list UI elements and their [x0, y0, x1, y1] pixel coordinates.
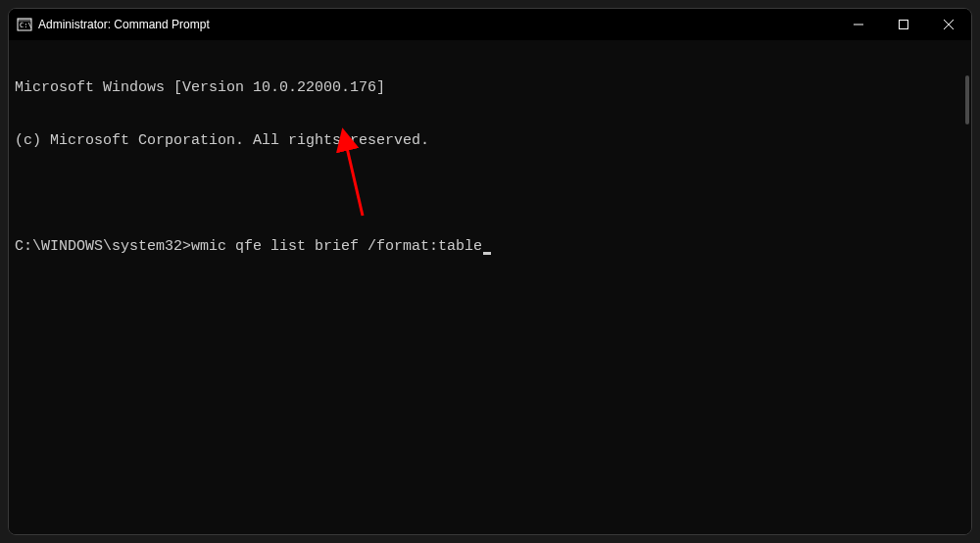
window-title: Administrator: Command Prompt	[38, 18, 210, 31]
terminal-prompt: C:\WINDOWS\system32>	[15, 238, 191, 255]
terminal-area[interactable]: Microsoft Windows [Version 10.0.22000.17…	[9, 40, 971, 534]
titlebar[interactable]: C:\ Administrator: Command Prompt	[9, 9, 971, 40]
terminal-command-input[interactable]: wmic qfe list brief /format:table	[191, 238, 482, 255]
terminal-cursor	[483, 252, 491, 255]
app-icon: C:\	[17, 17, 32, 32]
command-prompt-window: C:\ Administrator: Command Prompt Micros…	[8, 8, 972, 535]
terminal-prompt-line: C:\WINDOWS\system32>wmic qfe list brief …	[15, 238, 965, 256]
window-controls	[836, 9, 971, 40]
close-button[interactable]	[926, 9, 971, 40]
svg-rect-4	[900, 21, 908, 29]
terminal-output-line: Microsoft Windows [Version 10.0.22000.17…	[15, 79, 965, 97]
maximize-button[interactable]	[881, 9, 926, 40]
svg-text:C:\: C:\	[20, 22, 32, 29]
scrollbar-thumb[interactable]	[965, 75, 969, 124]
terminal-output-line: (c) Microsoft Corporation. All rights re…	[15, 132, 965, 150]
terminal-blank-line	[15, 185, 965, 203]
minimize-button[interactable]	[836, 9, 881, 40]
